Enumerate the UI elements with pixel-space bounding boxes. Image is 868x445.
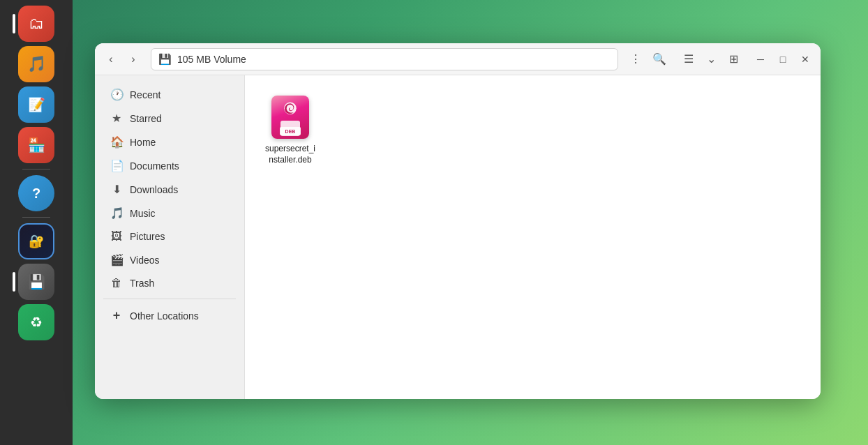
taskbar: 🗂 🎵 📝 🏪 ? 🔐 💾 ♻ [0,0,73,445]
sidebar-label-videos: Videos [130,255,160,266]
sidebar: 🕐 Recent ★ Starred 🏠 Home 📄 Documents ⬇ … [95,75,245,399]
home-icon: 🏠 [110,135,123,149]
nav-buttons: ‹ › [100,49,144,70]
sidebar-item-trash[interactable]: 🗑 Trash [99,272,240,294]
taskbar-files-icon[interactable]: 🗂 [18,6,54,42]
trash-icon: 🗑 [110,277,123,289]
sidebar-item-videos[interactable]: 🎬 Videos [99,248,240,271]
sidebar-label-music: Music [130,208,156,219]
close-button[interactable]: ✕ [795,50,815,69]
sidebar-item-recent[interactable]: 🕐 Recent [99,83,240,106]
chevron-down-icon: ⌄ [707,52,716,66]
sidebar-label-pictures: Pictures [130,231,165,242]
pictures-icon: 🖼 [110,230,123,243]
videos-icon: 🎬 [110,253,123,266]
sidebar-item-other-locations[interactable]: + Other Locations [99,303,240,328]
window-body: 🕐 Recent ★ Starred 🏠 Home 📄 Documents ⬇ … [95,75,821,399]
forward-button[interactable]: › [123,49,144,70]
sidebar-label-documents: Documents [130,160,179,172]
sidebar-item-pictures[interactable]: 🖼 Pictures [99,225,240,248]
taskbar-writer-icon[interactable]: 📝 [18,86,54,123]
other-locations-icon: + [110,308,123,323]
taskbar-divider-2 [22,217,50,218]
sidebar-item-home[interactable]: 🏠 Home [99,130,240,153]
view-controls: ☰ ⌄ ⊞ [678,49,744,70]
sidebar-label-trash: Trash [130,278,154,289]
clock-icon: 🕐 [110,88,123,101]
sidebar-item-music[interactable]: 🎵 Music [99,202,240,225]
grid-view-button[interactable]: ⊞ [723,49,744,70]
taskbar-sound-icon[interactable]: 🎵 [18,46,54,82]
taskbar-help-icon[interactable]: ? [18,175,54,211]
list-view-icon: ☰ [684,52,694,66]
deb-package-icon: DEB [271,96,309,139]
taskbar-divider [22,169,50,169]
sidebar-label-starred: Starred [130,113,162,124]
location-drive-icon: 💾 [158,53,172,66]
sidebar-label-downloads: Downloads [130,184,178,195]
location-bar[interactable]: 💾 105 MB Volume [151,48,618,70]
taskbar-veracrypt-icon[interactable]: 🔐 [18,223,54,259]
star-icon: ★ [110,112,123,125]
sidebar-label-home: Home [130,137,156,148]
taskbar-appstore-icon[interactable]: 🏪 [18,127,54,163]
list-view-button[interactable]: ☰ [678,49,699,70]
maximize-button[interactable]: □ [773,50,793,69]
titlebar: ‹ › 💾 105 MB Volume ⋮ 🔍 ☰ ⌄ ⊞ ─ □ ✕ [95,43,821,75]
grid-view-icon: ⊞ [729,52,738,66]
music-icon: 🎵 [110,206,123,220]
sidebar-item-starred[interactable]: ★ Starred [99,107,240,130]
file-manager-window: ‹ › 💾 105 MB Volume ⋮ 🔍 ☰ ⌄ ⊞ ─ □ ✕ [95,43,821,399]
location-text: 105 MB Volume [177,54,246,65]
window-controls: ─ □ ✕ [751,50,815,69]
view-chevron-button[interactable]: ⌄ [701,49,721,70]
main-content: DEB supersecret_installer.deb [245,75,821,399]
more-options-button[interactable]: ⋮ [625,49,646,70]
debian-logo-svg [280,100,300,119]
file-icon-wrapper: DEB [271,95,310,139]
sidebar-item-documents[interactable]: 📄 Documents [99,154,240,177]
downloads-icon: ⬇ [110,183,123,196]
file-item-deb[interactable]: DEB supersecret_installer.deb [259,89,322,171]
taskbar-trash-icon[interactable]: ♻ [18,304,54,340]
taskbar-drive-icon[interactable]: 💾 [18,264,54,300]
search-button[interactable]: 🔍 [649,49,670,70]
back-button[interactable]: ‹ [100,49,121,70]
sidebar-item-downloads[interactable]: ⬇ Downloads [99,178,240,201]
sidebar-label-recent: Recent [130,89,160,100]
minimize-button[interactable]: ─ [751,50,770,69]
search-icon: 🔍 [652,52,666,66]
file-label: supersecret_installer.deb [263,144,317,165]
documents-icon: 📄 [110,159,123,172]
sidebar-separator [103,299,236,299]
sidebar-label-other-locations: Other Locations [130,310,199,322]
